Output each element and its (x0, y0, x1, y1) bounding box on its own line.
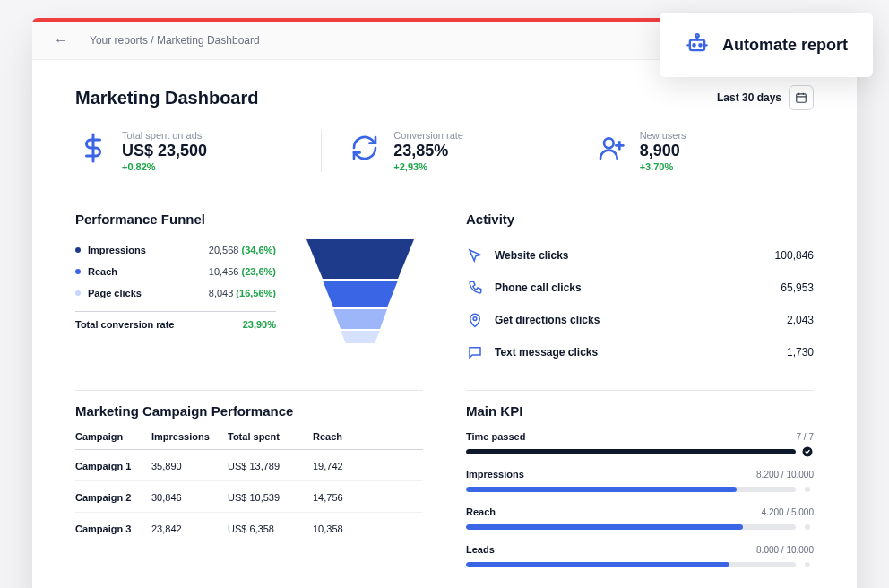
th-campaign: Campaign (75, 431, 151, 442)
kpi-label: Time passed (466, 431, 525, 442)
robot-icon (685, 30, 710, 59)
metric-change: +0.82% (122, 161, 207, 172)
table-row: Campaign 1 35,890 US$ 13,789 19,742 (75, 450, 423, 481)
kpi-bar (466, 449, 796, 454)
metric-change: +2,93% (393, 161, 463, 172)
kpi-label: Reach (466, 506, 496, 517)
user-plus-icon (593, 130, 629, 166)
funnel-total-label: Total conversion rate (75, 319, 174, 330)
activity-list: Website clicks 100,846 Phone call clicks… (466, 239, 814, 368)
kpi-value: 8.000 / 10.000 (756, 545, 814, 555)
metric-value: US$ 23,500 (122, 142, 207, 160)
metric-value: 23,85% (393, 142, 463, 160)
kpi-bar (466, 487, 796, 492)
phone-icon (466, 279, 484, 297)
back-arrow-icon[interactable]: ← (54, 32, 68, 48)
svg-point-23 (805, 562, 810, 567)
svg-marker-18 (341, 331, 380, 343)
metric-conversion-rate: Conversion rate 23,85% +2,93% (347, 130, 567, 172)
svg-point-12 (604, 138, 614, 148)
svg-point-21 (805, 487, 810, 492)
campaign-table: Campaign Impressions Total spent Reach C… (75, 431, 423, 543)
kpi-list: Time passed 7 / 7 Impressions 8.200 / 10… (466, 431, 814, 571)
funnel-row-impressions: Impressions 20,568 (34,6%) (75, 239, 276, 261)
kpi-item: Leads 8.000 / 10.000 (466, 544, 814, 571)
metric-value: 8,900 (640, 142, 686, 160)
automate-report-label: Automate report (722, 36, 848, 55)
kpi-section-title: Main KPI (466, 403, 814, 419)
table-row: Campaign 2 30,846 US$ 10,539 14,756 (75, 481, 423, 513)
funnel-row-reach: Reach 10,456 (23,6%) (75, 261, 276, 282)
kpi-item: Reach 4.200 / 5.000 (466, 506, 814, 533)
refresh-icon (347, 130, 383, 166)
automate-report-button[interactable]: Automate report (660, 13, 873, 77)
svg-point-1 (693, 44, 695, 46)
breadcrumb[interactable]: Your reports / Marketing Dashboard (90, 34, 260, 47)
dot-icon (801, 483, 814, 496)
svg-rect-7 (797, 94, 807, 102)
funnel-section-title: Performance Funnel (75, 212, 423, 227)
kpi-value: 8.200 / 10.000 (756, 470, 814, 480)
funnel-total-value: 23,90% (243, 319, 276, 330)
kpi-value: 7 / 7 (797, 432, 814, 442)
app-window: ← Your reports / Marketing Dashboard Mar… (32, 18, 857, 588)
svg-point-4 (695, 34, 699, 38)
metric-label: New users (640, 130, 686, 141)
activity-row-directions: Get directions clicks 2,043 (466, 304, 814, 336)
th-reach: Reach (313, 431, 375, 442)
svg-point-19 (473, 317, 477, 321)
message-icon (466, 343, 484, 361)
pin-icon (466, 311, 484, 329)
cursor-icon (466, 246, 484, 264)
campaigns-section-title: Marketing Campaign Performance (75, 403, 423, 419)
svg-marker-15 (306, 239, 414, 279)
metric-label: Conversion rate (393, 130, 463, 141)
kpi-bar (466, 524, 796, 530)
th-spent: Total spent (228, 431, 313, 442)
funnel-chart (298, 239, 423, 347)
funnel-legend: Impressions 20,568 (34,6%) Reach 10,456 … (75, 239, 276, 347)
date-range-label: Last 30 days (717, 91, 781, 104)
metric-new-users: New users 8,900 +3.70% (593, 130, 814, 172)
svg-marker-17 (333, 309, 387, 329)
kpi-item: Impressions 8.200 / 10.000 (466, 469, 814, 496)
dollar-icon (75, 130, 111, 166)
metric-total-spent: Total spent on ads US$ 23,500 +0.82% (75, 130, 296, 172)
metric-change: +3.70% (640, 161, 686, 172)
check-circle-icon (801, 445, 814, 458)
kpi-label: Impressions (466, 469, 524, 480)
activity-row-website: Website clicks 100,846 (466, 239, 814, 272)
activity-section-title: Activity (466, 212, 814, 227)
dot-icon (801, 558, 814, 571)
calendar-icon[interactable] (789, 85, 814, 110)
activity-row-phone: Phone call clicks 65,953 (466, 272, 814, 304)
date-range-selector[interactable]: Last 30 days (717, 85, 814, 110)
funnel-row-page-clicks: Page clicks 8,043 (16,56%) (75, 282, 276, 304)
dot-icon (801, 521, 814, 533)
table-row: Campaign 3 23,842 US$ 6,358 10,358 (75, 513, 423, 543)
kpi-label: Leads (466, 544, 495, 555)
kpi-bar (466, 562, 796, 567)
kpi-item: Time passed 7 / 7 (466, 431, 814, 458)
svg-point-22 (805, 524, 810, 530)
svg-point-2 (699, 44, 701, 46)
svg-marker-16 (323, 281, 398, 307)
page-title: Marketing Dashboard (75, 88, 258, 108)
kpi-value: 4.200 / 5.000 (762, 507, 814, 517)
metric-label: Total spent on ads (122, 130, 207, 141)
activity-row-message: Text message clicks 1,730 (466, 336, 814, 368)
th-impressions: Impressions (151, 431, 228, 442)
